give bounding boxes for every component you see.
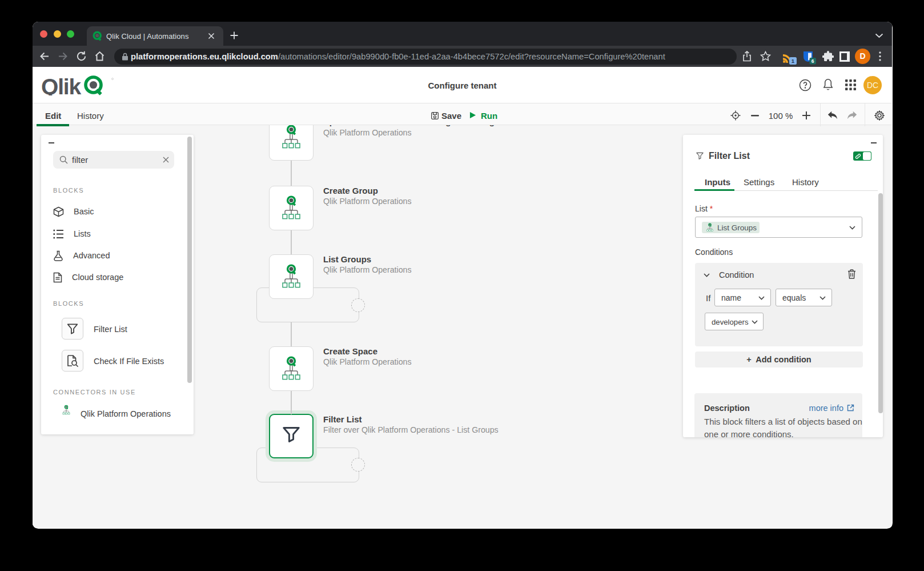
svg-text:1: 1 bbox=[792, 58, 795, 64]
svg-text:6: 6 bbox=[811, 58, 814, 64]
